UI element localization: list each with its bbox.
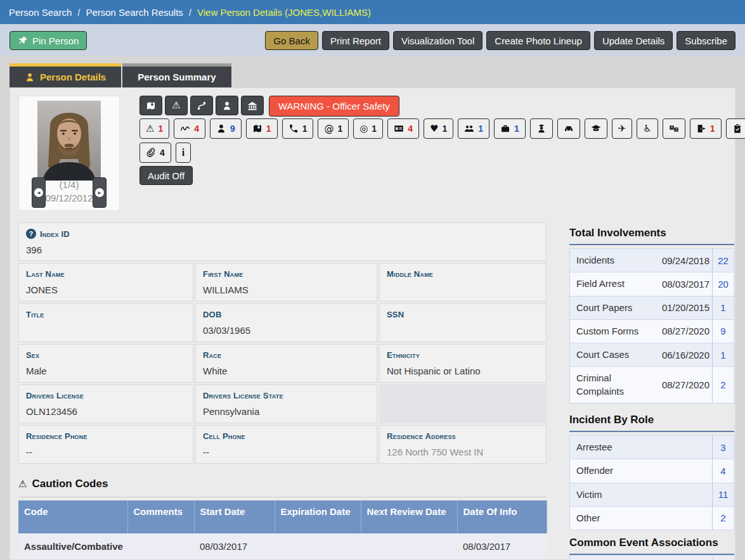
badge-heart[interactable]: ♥1 [424, 118, 453, 139]
sidebar-row-count-link[interactable]: 3 [712, 436, 734, 459]
tab-person-summary[interactable]: Person Summary [122, 63, 231, 87]
bank-icon [247, 101, 257, 111]
badge-target-count: 1 [372, 124, 377, 134]
sidebar-row-date: 08/27/2020 [651, 321, 712, 341]
vehicle-icon [564, 124, 574, 134]
go-back-button[interactable]: Go Back [265, 31, 318, 50]
badge-group[interactable]: 1 [458, 118, 489, 139]
bank-quick-button[interactable] [241, 96, 264, 115]
sidebar-row-count-link[interactable]: 2 [712, 367, 734, 403]
badge-id-card-count: 4 [408, 124, 413, 134]
signature-wave-icon [180, 124, 190, 134]
badge-tasks[interactable] [726, 118, 745, 139]
field-residence-address: Residence Address126 North 750 West IN [379, 425, 547, 464]
sidebar-row: Victim11 [570, 483, 734, 507]
badge-attachments[interactable]: 4 [139, 143, 171, 163]
badge-vehicle[interactable] [557, 118, 580, 139]
mugshot-photo [37, 101, 101, 181]
officer-safety-warning[interactable]: WARNING - Officer Safety [269, 96, 399, 117]
common-event-associations-heading: Common Event Associations [569, 537, 734, 555]
badge-phone[interactable]: 1 [282, 118, 314, 139]
person-quick-button[interactable] [216, 96, 238, 115]
sidebar-row-count-link[interactable]: 9 [712, 320, 734, 343]
field-middle-name: Middle Name [379, 263, 547, 302]
col-next-review-date: Next Review Date [361, 500, 457, 533]
warning-quick-button[interactable]: ⚠ [165, 96, 188, 115]
caution-code-value[interactable]: Assaultive/Combative [18, 533, 127, 559]
sidebar-row: Court Cases06/16/20201 [570, 343, 734, 367]
quick-icon-bar: ⚠ [139, 96, 264, 115]
sidebar-row: Offender4 [570, 459, 734, 483]
breadcrumb-person-search-results[interactable]: Person Search Results [86, 7, 183, 18]
subscribe-button[interactable]: Subscribe [677, 31, 735, 50]
field-last-name: Last NameJONES [18, 263, 193, 302]
field-ethnicity: EthnicityNot Hispanic or Latino [379, 344, 547, 383]
visualization-tool-button[interactable]: Visualization Tool [393, 31, 483, 50]
badge-map-count: 1 [266, 124, 271, 134]
common-event-associations-table [569, 555, 734, 560]
sidebar-row: Arrestee3 [570, 436, 734, 459]
audit-toggle-button[interactable]: Audit Off [139, 166, 193, 185]
badge-person[interactable]: 9 [210, 118, 242, 139]
accessibility-icon: ♿ [643, 124, 651, 134]
tab-person-summary-label: Person Summary [138, 72, 216, 82]
incident-by-role-table: Arrestee3Offender4Victim11Other2 [569, 435, 734, 530]
field-residence-phone: Residence Phone-- [18, 425, 193, 464]
badge-group-count: 1 [478, 124, 483, 134]
caution-comments-value [127, 533, 194, 559]
badge-email[interactable]: @1 [318, 118, 349, 139]
breadcrumb-person-search[interactable]: Person Search [9, 7, 72, 18]
info-icon: i [182, 148, 185, 158]
email-icon: @ [324, 124, 334, 134]
sidebar-row-count-link[interactable]: 22 [712, 249, 734, 272]
sidebar-row-label: Victim [570, 483, 712, 506]
pin-person-button[interactable]: Pin Person [10, 31, 87, 50]
map-quick-button[interactable] [139, 96, 162, 115]
tab-person-details[interactable]: Person Details [10, 63, 121, 87]
sidebar-row-count-link[interactable]: 11 [712, 483, 734, 506]
caution-header-row: Code Comments Start Date Expiration Date… [18, 500, 547, 533]
sidebar-row-label: Arrestee [570, 436, 712, 459]
sidebar-row-count-link[interactable]: 20 [712, 272, 734, 295]
total-involvements-table: Incidents09/24/201822Field Arrest08/03/2… [569, 248, 734, 404]
tab-person-details-label: Person Details [40, 72, 106, 82]
badge-education[interactable] [585, 118, 607, 139]
sidebar-row-count-link[interactable]: 1 [712, 296, 734, 319]
create-photo-lineup-button[interactable]: Create Photo Lineup [486, 31, 590, 50]
badge-person-badge[interactable] [530, 118, 553, 139]
badge-accessibility[interactable]: ♿ [637, 118, 658, 139]
badge-signature-wave[interactable]: 4 [174, 118, 205, 139]
badge-door[interactable]: 1 [690, 118, 722, 139]
route-quick-button[interactable] [190, 96, 213, 115]
briefcase-icon [500, 124, 510, 134]
badge-alias[interactable] [663, 118, 685, 139]
sidebar-row-count-link[interactable]: 2 [712, 507, 734, 530]
attachment-badge-row: 4i [139, 143, 191, 163]
badge-id-card[interactable]: 4 [387, 118, 419, 139]
sidebar-row-label: Court Cases [570, 343, 651, 366]
badge-travel[interactable]: ✈ [612, 118, 633, 139]
index-id-value: 396 [26, 245, 539, 255]
involvement-badge-row: ⚠14911@1◎14♥111✈♿1 [139, 118, 745, 139]
help-icon[interactable]: ? [26, 229, 36, 239]
badge-map[interactable]: 1 [246, 118, 278, 139]
pin-person-label: Pin Person [32, 35, 79, 46]
field-index-id: ?Index ID 396 [18, 222, 547, 261]
badge-target[interactable]: ◎1 [353, 118, 383, 139]
sidebar-row-date: 08/03/2017 [651, 274, 712, 295]
warning-icon: ⚠ [18, 480, 27, 489]
field-title: Title [18, 303, 193, 342]
print-report-button[interactable]: Print Report [322, 31, 389, 50]
update-details-button[interactable]: Update Details [594, 31, 673, 50]
person-icon [222, 101, 232, 111]
badge-attachments-count: 4 [160, 148, 165, 158]
door-icon [696, 124, 706, 134]
badge-warning[interactable]: ⚠1 [139, 118, 169, 139]
sidebar-row-count-link[interactable]: 1 [712, 343, 734, 366]
person-badge-icon [536, 124, 547, 134]
badge-info[interactable]: i [176, 143, 191, 163]
sidebar-row-date: 01/20/2015 [651, 297, 712, 318]
sidebar-row-count-link[interactable]: 4 [712, 459, 734, 482]
route-icon [197, 101, 207, 111]
badge-briefcase[interactable]: 1 [494, 118, 526, 139]
